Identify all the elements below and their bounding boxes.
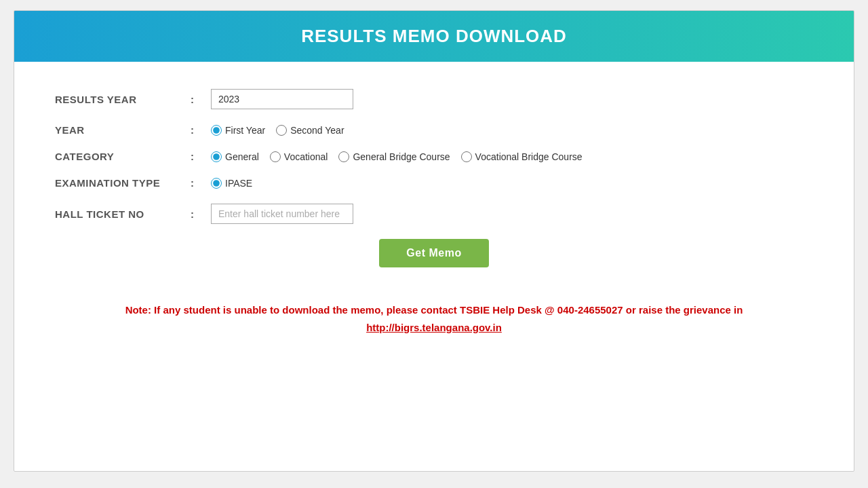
year-first-label: First Year xyxy=(225,125,265,136)
category-option-general[interactable]: General xyxy=(211,151,259,162)
header-banner: RESULTS MEMO DOWNLOAD xyxy=(14,11,854,62)
category-vocational-bridge-label: Vocational Bridge Course xyxy=(475,151,583,162)
note-link[interactable]: http://bigrs.telangana.gov.in xyxy=(366,322,502,333)
get-memo-button[interactable]: Get Memo xyxy=(379,239,488,267)
category-option-vocational-bridge[interactable]: Vocational Bridge Course xyxy=(461,151,583,162)
exam-type-option-ipase[interactable]: IPASE xyxy=(211,178,252,189)
results-year-label: RESULTS YEAR xyxy=(55,94,191,105)
hall-ticket-value xyxy=(211,204,353,224)
year-option-first[interactable]: First Year xyxy=(211,125,265,136)
results-year-input[interactable] xyxy=(211,89,353,109)
hall-ticket-label: HALL TICKET NO xyxy=(55,208,191,220)
main-container: RESULTS MEMO DOWNLOAD RESULTS YEAR : YEA… xyxy=(14,10,854,472)
category-option-general-bridge[interactable]: General Bridge Course xyxy=(338,151,450,162)
category-label: CATEGORY xyxy=(55,151,191,162)
category-radio-vocational[interactable] xyxy=(270,151,281,162)
category-general-label: General xyxy=(225,151,259,162)
exam-type-options: IPASE xyxy=(211,178,252,189)
year-label: YEAR xyxy=(55,124,191,136)
exam-type-label: EXAMINATION TYPE xyxy=(55,177,191,189)
category-option-vocational[interactable]: Vocational xyxy=(270,151,328,162)
results-year-value xyxy=(211,89,353,109)
exam-type-ipase-label: IPASE xyxy=(225,178,252,189)
results-year-row: RESULTS YEAR : xyxy=(55,89,813,109)
form-area: RESULTS YEAR : YEAR : First Year Second … xyxy=(14,62,854,295)
category-general-bridge-label: General Bridge Course xyxy=(353,151,450,162)
year-options: First Year Second Year xyxy=(211,125,344,136)
note-section: Note: If any student is unable to downlo… xyxy=(14,295,854,356)
category-radio-general[interactable] xyxy=(211,151,222,162)
hall-ticket-input[interactable] xyxy=(211,204,353,224)
page-title: RESULTS MEMO DOWNLOAD xyxy=(28,26,840,47)
category-row: CATEGORY : General Vocational General Br… xyxy=(55,151,813,162)
year-row: YEAR : First Year Second Year xyxy=(55,124,813,136)
note-main-text: Note: If any student is unable to downlo… xyxy=(125,304,743,316)
category-vocational-label: Vocational xyxy=(284,151,328,162)
hall-ticket-row: HALL TICKET NO : xyxy=(55,204,813,224)
year-option-second[interactable]: Second Year xyxy=(276,125,344,136)
category-radio-vocational-bridge[interactable] xyxy=(461,151,472,162)
note-text: Note: If any student is unable to downlo… xyxy=(55,301,813,336)
submit-row: Get Memo xyxy=(55,239,813,267)
year-radio-first[interactable] xyxy=(211,125,222,136)
exam-type-row: EXAMINATION TYPE : IPASE xyxy=(55,177,813,189)
exam-type-radio-ipase[interactable] xyxy=(211,178,222,189)
category-radio-general-bridge[interactable] xyxy=(338,151,349,162)
year-radio-second[interactable] xyxy=(276,125,287,136)
category-options: General Vocational General Bridge Course… xyxy=(211,151,583,162)
year-second-label: Second Year xyxy=(290,125,344,136)
